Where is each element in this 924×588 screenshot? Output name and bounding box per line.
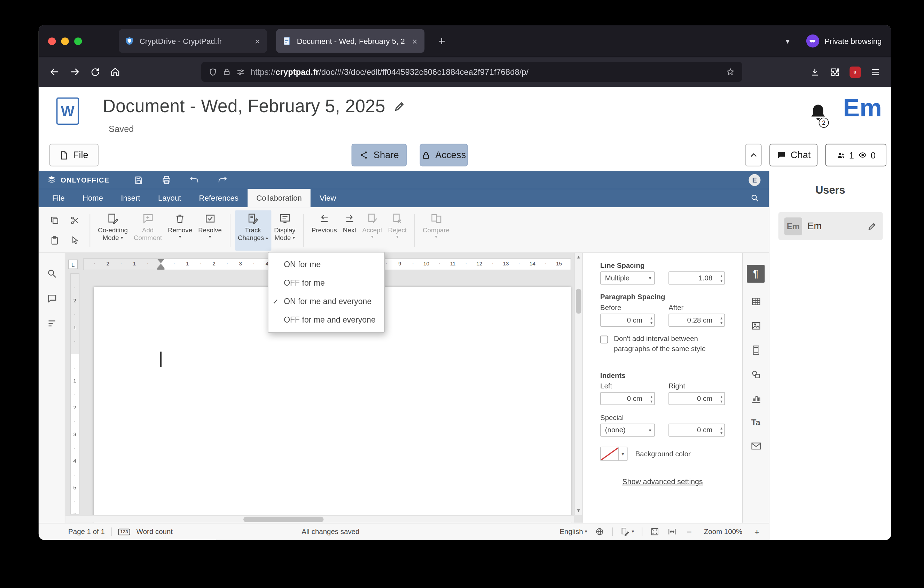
menu-tab-view[interactable]: View [310, 189, 345, 207]
spin-up-icon[interactable]: ▴ [720, 274, 723, 279]
table-settings-icon[interactable] [750, 296, 761, 307]
zoom-window-button[interactable] [74, 37, 82, 45]
comments-panel-icon[interactable] [47, 293, 57, 304]
undo-icon[interactable] [184, 173, 205, 187]
spin-down-icon[interactable]: ▾ [650, 399, 652, 404]
coediting-mode-button[interactable]: Co-editing Mode▾ [95, 210, 131, 251]
print-icon[interactable] [156, 173, 176, 187]
find-icon[interactable] [47, 269, 57, 279]
track-changes-status-button[interactable]: ▾ [620, 527, 634, 537]
spin-up-icon[interactable]: ▴ [650, 316, 652, 321]
account-avatar[interactable]: Em [843, 94, 882, 122]
document-title[interactable]: Document - Wed, February 5, 2025 [103, 96, 385, 116]
spin-up-icon[interactable]: ▴ [720, 316, 723, 321]
presence-counts[interactable]: 1 0 [825, 144, 886, 167]
navigation-panel-icon[interactable] [47, 319, 57, 329]
tab-cryptdrive[interactable]: CryptDrive - CryptPad.fr × [119, 29, 267, 53]
tracking-shield-icon[interactable] [208, 68, 218, 77]
page-indicator[interactable]: Page 1 of 1 [68, 527, 105, 536]
track-changes-button[interactable]: Track Changes▴ [235, 210, 271, 251]
spin-down-icon[interactable]: ▾ [650, 321, 652, 326]
reject-button[interactable]: Reject ▾ [385, 210, 409, 251]
menu-tab-home[interactable]: Home [73, 189, 112, 207]
editor-user-avatar[interactable]: E [749, 174, 761, 186]
redo-icon[interactable] [212, 173, 232, 187]
language-select[interactable]: English ▾ [559, 527, 587, 536]
menu-tab-collaboration[interactable]: Collaboration [248, 189, 311, 207]
zoom-out-button[interactable]: − [685, 527, 694, 537]
file-button[interactable]: File [50, 144, 99, 167]
adblock-icon[interactable]: u [845, 62, 865, 82]
next-change-button[interactable]: Next [340, 210, 359, 251]
tab-stop-selector[interactable]: L [68, 259, 78, 269]
save-icon[interactable] [128, 173, 148, 187]
spin-down-icon[interactable]: ▾ [720, 279, 723, 284]
horizontal-scrollbar[interactable] [66, 515, 574, 522]
back-icon[interactable] [45, 62, 65, 82]
interval-checkbox[interactable] [600, 335, 608, 343]
zoom-level[interactable]: Zoom 100% [702, 527, 745, 536]
paragraph-settings-icon[interactable]: ¶ [747, 265, 764, 283]
menu-item-off-for-me[interactable]: OFF for me [269, 274, 384, 292]
bookmark-star-icon[interactable] [726, 67, 735, 77]
vertical-scroll-thumb[interactable] [576, 289, 581, 314]
close-tab-icon[interactable]: × [411, 35, 419, 46]
permissions-icon[interactable] [236, 68, 246, 77]
spellcheck-globe-icon[interactable] [595, 527, 604, 537]
header-footer-settings-icon[interactable] [750, 345, 761, 356]
chart-settings-icon[interactable] [750, 393, 761, 405]
tab-document-active[interactable]: Document - Wed, February 5, 2 × [276, 29, 424, 53]
url-bar[interactable]: https://cryptpad.fr/doc/#/3/doc/edit/ff0… [201, 62, 742, 82]
share-button[interactable]: Share [351, 144, 407, 167]
special-amount-sp inner[interactable]: 0 cm ▴▾ [668, 424, 725, 437]
scroll-down-arrow[interactable]: ▼ [575, 507, 582, 514]
indent-left-spinner[interactable]: 0 cm ▴▾ [600, 392, 655, 405]
reload-icon[interactable] [85, 62, 105, 82]
accept-button[interactable]: Accept ▾ [359, 210, 385, 251]
edit-title-pencil-icon[interactable] [394, 100, 406, 112]
menu-tab-references[interactable]: References [190, 189, 248, 207]
edit-name-pencil-icon[interactable] [867, 221, 877, 231]
vertical-ruler[interactable]: 1·2··1·2·3·4·5·6· [70, 273, 79, 514]
chevron-down-icon[interactable]: ▾ [618, 447, 627, 461]
collapse-toolbar-button[interactable] [745, 144, 762, 167]
indent-right-spinner[interactable]: 0 cm ▴▾ [668, 392, 725, 405]
background-color-picker[interactable]: ▾ [600, 447, 627, 461]
spin-up-icon[interactable]: ▴ [650, 394, 652, 399]
mail-merge-icon[interactable] [750, 440, 761, 451]
remove-button[interactable]: Remove ▾ [165, 210, 195, 251]
vertical-scrollbar[interactable]: ▲ ▼ [574, 253, 582, 515]
menu-item-off-for-everyone[interactable]: OFF for me and everyone [269, 311, 384, 329]
image-settings-icon[interactable] [750, 320, 761, 331]
spin-down-icon[interactable]: ▾ [720, 431, 723, 435]
special-select[interactable]: (none) ▾ [600, 424, 655, 437]
resolve-button[interactable]: Resolve ▾ [195, 210, 225, 251]
left-indent-marker[interactable] [157, 268, 164, 269]
spin-up-icon[interactable]: ▴ [720, 394, 723, 399]
extensions-icon[interactable] [825, 62, 845, 82]
menu-icon[interactable] [865, 62, 885, 82]
menu-tab-insert[interactable]: Insert [112, 189, 149, 207]
hanging-indent-marker[interactable] [157, 264, 164, 268]
chat-button[interactable]: Chat [769, 144, 817, 167]
previous-change-button[interactable]: Previous [309, 210, 340, 251]
horizontal-scroll-thumb[interactable] [243, 517, 323, 522]
close-window-button[interactable] [48, 37, 56, 45]
paste-icon[interactable] [45, 231, 65, 251]
copy-icon[interactable] [45, 210, 65, 231]
add-comment-button[interactable]: Add Comment [130, 210, 165, 251]
fit-width-icon[interactable] [667, 527, 677, 537]
user-list-item[interactable]: Em Em [779, 212, 883, 240]
downloads-icon[interactable] [805, 62, 825, 82]
line-spacing-spinner[interactable]: 1.08 ▴▾ [668, 271, 725, 284]
text-art-settings-icon[interactable]: Ta [751, 418, 761, 427]
scroll-up-arrow[interactable]: ▲ [575, 254, 582, 261]
select-all-icon[interactable] [65, 231, 85, 251]
spin-down-icon[interactable]: ▾ [720, 399, 723, 404]
new-tab-button[interactable]: + [433, 34, 450, 48]
list-tabs-chevron-icon[interactable]: ▾ [786, 36, 790, 46]
menu-item-on-for-everyone[interactable]: ✓ ON for me and everyone [269, 292, 384, 311]
cut-icon[interactable] [65, 210, 85, 231]
fit-page-icon[interactable] [650, 527, 659, 537]
search-icon[interactable] [750, 194, 769, 203]
